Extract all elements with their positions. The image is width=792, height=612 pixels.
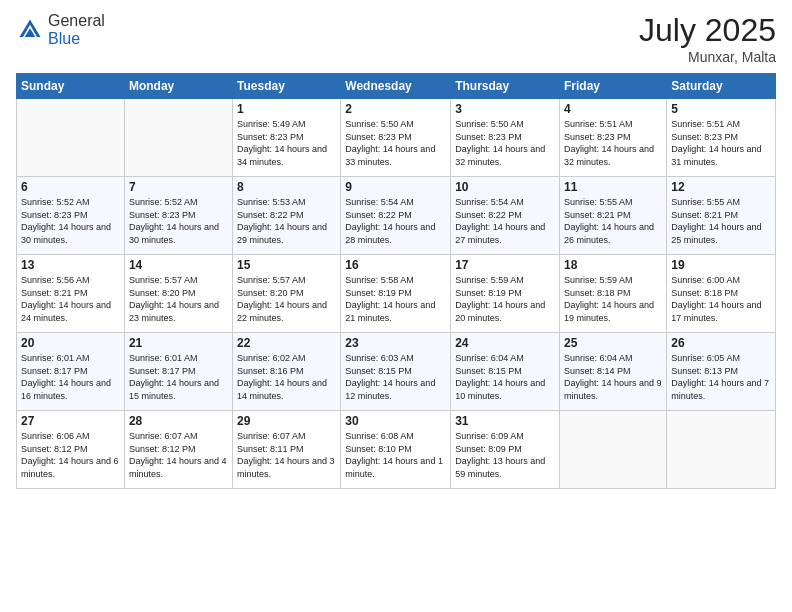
calendar-cell: 21Sunrise: 6:01 AMSunset: 8:17 PMDayligh… — [124, 333, 232, 411]
day-number: 7 — [129, 180, 228, 194]
cell-info: Sunrise: 5:57 AMSunset: 8:20 PMDaylight:… — [129, 274, 228, 324]
day-number: 15 — [237, 258, 336, 272]
cell-info: Sunrise: 6:01 AMSunset: 8:17 PMDaylight:… — [129, 352, 228, 402]
cell-info: Sunrise: 5:54 AMSunset: 8:22 PMDaylight:… — [455, 196, 555, 246]
location: Munxar, Malta — [639, 49, 776, 65]
logo-icon — [16, 16, 44, 44]
cell-info: Sunrise: 6:01 AMSunset: 8:17 PMDaylight:… — [21, 352, 120, 402]
day-number: 25 — [564, 336, 662, 350]
cell-info: Sunrise: 5:59 AMSunset: 8:19 PMDaylight:… — [455, 274, 555, 324]
cell-info: Sunrise: 5:50 AMSunset: 8:23 PMDaylight:… — [455, 118, 555, 168]
calendar-cell: 8Sunrise: 5:53 AMSunset: 8:22 PMDaylight… — [233, 177, 341, 255]
cell-info: Sunrise: 6:03 AMSunset: 8:15 PMDaylight:… — [345, 352, 446, 402]
cell-info: Sunrise: 5:49 AMSunset: 8:23 PMDaylight:… — [237, 118, 336, 168]
cell-info: Sunrise: 5:51 AMSunset: 8:23 PMDaylight:… — [564, 118, 662, 168]
calendar-cell: 28Sunrise: 6:07 AMSunset: 8:12 PMDayligh… — [124, 411, 232, 489]
day-number: 29 — [237, 414, 336, 428]
day-number: 14 — [129, 258, 228, 272]
logo: General Blue — [16, 12, 105, 48]
calendar-cell: 3Sunrise: 5:50 AMSunset: 8:23 PMDaylight… — [451, 99, 560, 177]
cell-info: Sunrise: 5:57 AMSunset: 8:20 PMDaylight:… — [237, 274, 336, 324]
day-number: 13 — [21, 258, 120, 272]
calendar-day-header: Tuesday — [233, 74, 341, 99]
calendar-cell: 31Sunrise: 6:09 AMSunset: 8:09 PMDayligh… — [451, 411, 560, 489]
cell-info: Sunrise: 5:56 AMSunset: 8:21 PMDaylight:… — [21, 274, 120, 324]
calendar-cell: 20Sunrise: 6:01 AMSunset: 8:17 PMDayligh… — [17, 333, 125, 411]
day-number: 20 — [21, 336, 120, 350]
cell-info: Sunrise: 6:07 AMSunset: 8:11 PMDaylight:… — [237, 430, 336, 480]
title-block: July 2025 Munxar, Malta — [639, 12, 776, 65]
cell-info: Sunrise: 6:07 AMSunset: 8:12 PMDaylight:… — [129, 430, 228, 480]
day-number: 10 — [455, 180, 555, 194]
calendar-cell: 10Sunrise: 5:54 AMSunset: 8:22 PMDayligh… — [451, 177, 560, 255]
day-number: 4 — [564, 102, 662, 116]
header: General Blue July 2025 Munxar, Malta — [16, 12, 776, 65]
calendar-cell: 11Sunrise: 5:55 AMSunset: 8:21 PMDayligh… — [560, 177, 667, 255]
calendar-week-row: 1Sunrise: 5:49 AMSunset: 8:23 PMDaylight… — [17, 99, 776, 177]
calendar-day-header: Sunday — [17, 74, 125, 99]
calendar-cell — [17, 99, 125, 177]
day-number: 8 — [237, 180, 336, 194]
calendar-cell: 23Sunrise: 6:03 AMSunset: 8:15 PMDayligh… — [341, 333, 451, 411]
calendar-cell: 24Sunrise: 6:04 AMSunset: 8:15 PMDayligh… — [451, 333, 560, 411]
day-number: 18 — [564, 258, 662, 272]
calendar-cell: 4Sunrise: 5:51 AMSunset: 8:23 PMDaylight… — [560, 99, 667, 177]
cell-info: Sunrise: 6:09 AMSunset: 8:09 PMDaylight:… — [455, 430, 555, 480]
cell-info: Sunrise: 6:04 AMSunset: 8:14 PMDaylight:… — [564, 352, 662, 402]
calendar-cell: 27Sunrise: 6:06 AMSunset: 8:12 PMDayligh… — [17, 411, 125, 489]
cell-info: Sunrise: 6:08 AMSunset: 8:10 PMDaylight:… — [345, 430, 446, 480]
day-number: 17 — [455, 258, 555, 272]
logo-general: General — [48, 12, 105, 29]
day-number: 21 — [129, 336, 228, 350]
day-number: 16 — [345, 258, 446, 272]
cell-info: Sunrise: 6:05 AMSunset: 8:13 PMDaylight:… — [671, 352, 771, 402]
logo-text: General Blue — [48, 12, 105, 48]
calendar-cell: 5Sunrise: 5:51 AMSunset: 8:23 PMDaylight… — [667, 99, 776, 177]
calendar-day-header: Thursday — [451, 74, 560, 99]
day-number: 23 — [345, 336, 446, 350]
cell-info: Sunrise: 5:55 AMSunset: 8:21 PMDaylight:… — [564, 196, 662, 246]
logo-blue: Blue — [48, 30, 80, 47]
cell-info: Sunrise: 5:54 AMSunset: 8:22 PMDaylight:… — [345, 196, 446, 246]
calendar-cell: 17Sunrise: 5:59 AMSunset: 8:19 PMDayligh… — [451, 255, 560, 333]
calendar-cell: 19Sunrise: 6:00 AMSunset: 8:18 PMDayligh… — [667, 255, 776, 333]
calendar-cell: 13Sunrise: 5:56 AMSunset: 8:21 PMDayligh… — [17, 255, 125, 333]
calendar-day-header: Monday — [124, 74, 232, 99]
calendar-week-row: 20Sunrise: 6:01 AMSunset: 8:17 PMDayligh… — [17, 333, 776, 411]
day-number: 28 — [129, 414, 228, 428]
cell-info: Sunrise: 5:52 AMSunset: 8:23 PMDaylight:… — [129, 196, 228, 246]
day-number: 22 — [237, 336, 336, 350]
page: General Blue July 2025 Munxar, Malta Sun… — [0, 0, 792, 612]
calendar-day-header: Friday — [560, 74, 667, 99]
day-number: 1 — [237, 102, 336, 116]
calendar-week-row: 13Sunrise: 5:56 AMSunset: 8:21 PMDayligh… — [17, 255, 776, 333]
calendar-cell: 2Sunrise: 5:50 AMSunset: 8:23 PMDaylight… — [341, 99, 451, 177]
cell-info: Sunrise: 5:51 AMSunset: 8:23 PMDaylight:… — [671, 118, 771, 168]
calendar-cell: 18Sunrise: 5:59 AMSunset: 8:18 PMDayligh… — [560, 255, 667, 333]
calendar-week-row: 6Sunrise: 5:52 AMSunset: 8:23 PMDaylight… — [17, 177, 776, 255]
calendar-day-header: Saturday — [667, 74, 776, 99]
calendar-cell: 15Sunrise: 5:57 AMSunset: 8:20 PMDayligh… — [233, 255, 341, 333]
day-number: 5 — [671, 102, 771, 116]
calendar-cell: 12Sunrise: 5:55 AMSunset: 8:21 PMDayligh… — [667, 177, 776, 255]
cell-info: Sunrise: 5:59 AMSunset: 8:18 PMDaylight:… — [564, 274, 662, 324]
calendar-cell: 16Sunrise: 5:58 AMSunset: 8:19 PMDayligh… — [341, 255, 451, 333]
cell-info: Sunrise: 6:02 AMSunset: 8:16 PMDaylight:… — [237, 352, 336, 402]
calendar-cell — [560, 411, 667, 489]
day-number: 31 — [455, 414, 555, 428]
calendar-week-row: 27Sunrise: 6:06 AMSunset: 8:12 PMDayligh… — [17, 411, 776, 489]
calendar-cell: 14Sunrise: 5:57 AMSunset: 8:20 PMDayligh… — [124, 255, 232, 333]
calendar-cell: 7Sunrise: 5:52 AMSunset: 8:23 PMDaylight… — [124, 177, 232, 255]
calendar-cell: 22Sunrise: 6:02 AMSunset: 8:16 PMDayligh… — [233, 333, 341, 411]
calendar-header-row: SundayMondayTuesdayWednesdayThursdayFrid… — [17, 74, 776, 99]
day-number: 3 — [455, 102, 555, 116]
calendar-cell: 29Sunrise: 6:07 AMSunset: 8:11 PMDayligh… — [233, 411, 341, 489]
day-number: 9 — [345, 180, 446, 194]
day-number: 30 — [345, 414, 446, 428]
day-number: 12 — [671, 180, 771, 194]
day-number: 6 — [21, 180, 120, 194]
calendar-cell: 1Sunrise: 5:49 AMSunset: 8:23 PMDaylight… — [233, 99, 341, 177]
day-number: 11 — [564, 180, 662, 194]
calendar-table: SundayMondayTuesdayWednesdayThursdayFrid… — [16, 73, 776, 489]
month-title: July 2025 — [639, 12, 776, 49]
